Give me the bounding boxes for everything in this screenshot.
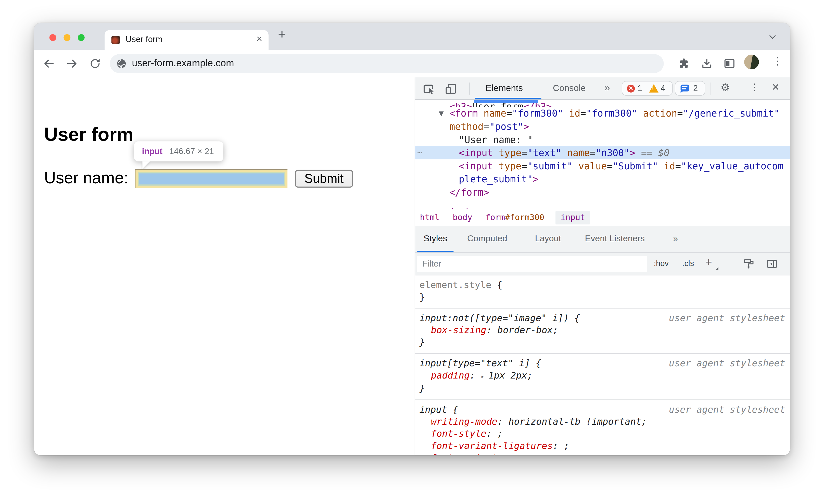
address-bar[interactable]: user-form.example.com — [110, 54, 664, 73]
colon: : — [553, 440, 563, 451]
device-toolbar-icon[interactable] — [444, 83, 457, 95]
errors-warnings-badge[interactable]: ✕ 1 ! 4 — [622, 81, 673, 96]
minimize-window-button[interactable] — [64, 34, 70, 41]
styles-filter-input[interactable] — [417, 256, 647, 272]
browser-tab[interactable]: User form × — [105, 30, 269, 50]
devtools-panel: ElementsConsole » ✕ 1 ! 4 2 — [415, 77, 790, 455]
tab-strip: User form × + — [34, 23, 790, 50]
dom-line[interactable]: </body> — [415, 199, 790, 209]
profile-avatar[interactable] — [744, 55, 759, 69]
dom-line[interactable]: </form> — [415, 185, 790, 199]
username-input-highlighted[interactable] — [135, 169, 288, 188]
url-text[interactable]: user-form.example.com — [132, 58, 234, 69]
dom-line[interactable]: method="post"> — [415, 120, 790, 133]
code-token: == — [635, 147, 658, 158]
settings-gear-icon[interactable]: ⚙ — [720, 81, 730, 93]
tab-favicon-icon — [111, 36, 120, 44]
rule-selector[interactable]: input:not([type="image" i]) { — [419, 313, 580, 323]
tab-search-chevron-icon[interactable] — [767, 32, 778, 44]
code-token: <h3> — [449, 101, 472, 107]
dom-line[interactable]: plete_submit"> — [415, 173, 790, 186]
warning-bang: ! — [651, 85, 653, 92]
code-token: "submit" — [527, 161, 573, 172]
property-value: border-box; — [497, 325, 558, 335]
active-tab-underline — [475, 98, 541, 99]
sidebar-more-tabs-icon[interactable]: » — [673, 233, 678, 243]
extensions-puzzle-icon[interactable] — [678, 58, 690, 70]
code-token: "/generic_submit" — [683, 108, 780, 119]
stylesheet-origin: user agent stylesheet — [669, 312, 785, 324]
dom-line[interactable]: ▼<form name="form300" id="form300" actio… — [415, 107, 790, 120]
style-declaration[interactable]: padding: ▸ 1px 2px; — [419, 370, 785, 383]
side-panel-icon[interactable] — [723, 58, 736, 70]
inspect-element-icon[interactable] — [423, 83, 435, 95]
close-devtools-icon[interactable]: × — [772, 80, 779, 94]
style-declaration[interactable]: font-style: ; — [419, 428, 785, 440]
download-icon[interactable] — [701, 58, 713, 70]
sidebar-tab-computed[interactable]: Computed — [467, 233, 507, 243]
dom-line[interactable]: "User name: " — [415, 133, 790, 146]
colon: : — [470, 370, 481, 381]
forward-button[interactable] — [66, 58, 78, 70]
computed-sidebar-toggle-icon[interactable] — [766, 258, 779, 271]
screenshot-stage: User form × + user-form.exa — [0, 0, 824, 504]
close-brace: } — [419, 336, 785, 348]
rule-selector[interactable]: input[type="text" i] { — [419, 358, 541, 368]
new-style-rule-corner — [716, 267, 718, 270]
reload-button[interactable] — [89, 58, 101, 70]
devtools-tab-elements[interactable]: Elements — [486, 83, 523, 94]
submit-button[interactable]: Submit — [295, 170, 353, 188]
devtools-menu-icon[interactable]: ⋮ — [750, 81, 759, 92]
devtools-toolbar: ElementsConsole » ✕ 1 ! 4 2 — [415, 77, 790, 100]
message-bubble-tail — [681, 91, 683, 93]
issues-badge[interactable]: 2 — [675, 81, 705, 96]
code-token: <input — [459, 147, 493, 158]
style-declaration[interactable]: writing-mode: horizontal-tb !important; — [419, 416, 785, 428]
sidebar-tab-event-listeners[interactable]: Event Listeners — [585, 233, 645, 243]
dom-line[interactable]: ⋯<input type="text" name="n300"> == $0 — [415, 146, 790, 160]
code-token: "form300" — [512, 108, 563, 119]
warning-count: 4 — [660, 84, 665, 93]
dom-line[interactable]: <input type="submit" value="Submit" id="… — [415, 159, 790, 173]
style-declaration[interactable]: font-variant-ligatures: ; — [419, 440, 785, 452]
colon: : — [525, 452, 536, 455]
code-token: = — [590, 147, 596, 158]
sidebar-tab-bar: » StylesComputedLayoutEvent Listeners — [415, 226, 790, 253]
more-tabs-icon[interactable]: » — [604, 82, 610, 93]
toggle-class-button[interactable]: .cls — [682, 259, 694, 268]
site-info-globe-icon[interactable] — [116, 59, 126, 69]
breadcrumb-item-body[interactable]: body — [453, 213, 472, 222]
sidebar-tab-styles[interactable]: Styles — [424, 233, 447, 243]
new-tab-button[interactable]: + — [278, 26, 286, 42]
browser-menu-icon[interactable]: ⋮ — [772, 55, 783, 67]
breadcrumb-item-html[interactable]: html — [420, 213, 439, 222]
code-token: action — [637, 108, 677, 119]
devtools-tab-console[interactable]: Console — [553, 83, 586, 94]
web-page: User form input 146.67 × 21 User name: S… — [34, 77, 415, 455]
sidebar-tab-layout[interactable]: Layout — [535, 233, 561, 243]
browser-window: User form × + user-form.exa — [34, 23, 790, 455]
toggle-hover-state-button[interactable]: :hov — [654, 259, 669, 268]
window-content: User form input 146.67 × 21 User name: S… — [34, 77, 790, 455]
tooltip-tail — [142, 162, 150, 169]
message-count: 2 — [693, 84, 698, 93]
breadcrumb-item-form[interactable]: form#form300 — [485, 213, 544, 222]
stylesheet-origin: user agent stylesheet — [669, 357, 785, 369]
back-button[interactable] — [42, 58, 55, 70]
paint-roller-icon[interactable] — [743, 258, 756, 271]
rule-selector[interactable]: input { — [419, 404, 458, 415]
colon: : — [486, 428, 497, 439]
dom-line[interactable]: <h3>User form</h3> — [415, 100, 790, 107]
breadcrumb-item-input[interactable]: input — [555, 211, 590, 224]
active-sidebar-tab-underline — [417, 251, 453, 252]
inspect-tooltip: input 146.67 × 21 — [134, 141, 223, 161]
close-window-button[interactable] — [49, 34, 57, 41]
code-token: = — [607, 161, 613, 172]
property-name: box-sizing — [431, 325, 486, 335]
new-style-rule-button[interactable]: + — [705, 256, 712, 269]
style-declaration[interactable]: box-sizing: border-box; — [419, 324, 785, 336]
style-declaration[interactable]: font-variant-caps: ; — [419, 452, 785, 455]
code-token: "form300" — [586, 108, 637, 119]
tab-close-icon[interactable]: × — [256, 33, 262, 44]
zoom-window-button[interactable] — [78, 34, 85, 41]
